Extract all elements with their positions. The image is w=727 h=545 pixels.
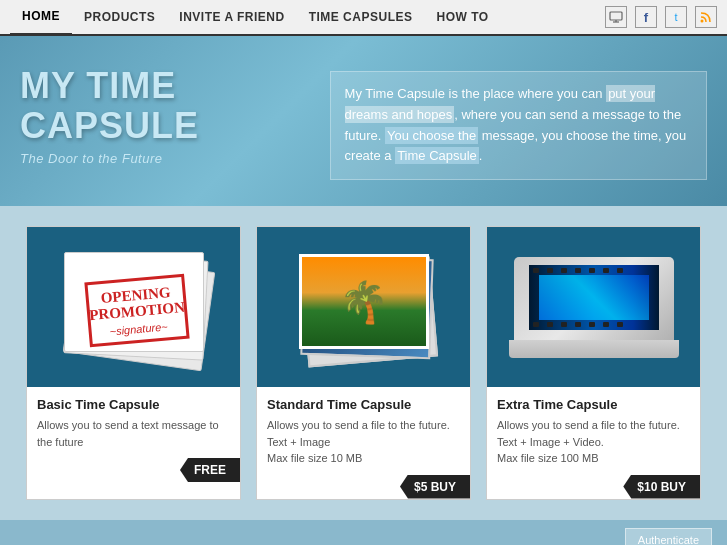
film-holes-bottom [529, 322, 659, 327]
film-highlight [539, 275, 649, 320]
film-hole [617, 322, 623, 327]
price-tag-extra[interactable]: $10 BUY [623, 475, 700, 499]
laptop-container [509, 242, 679, 372]
product-desc-extra: Allows you to send a file to the future.… [497, 417, 690, 467]
price-tag-standard[interactable]: $5 BUY [400, 475, 470, 499]
rss-icon[interactable] [695, 6, 717, 28]
nav-item-products[interactable]: PRODUCTS [72, 0, 167, 34]
film-hole [603, 322, 609, 327]
laptop-body [514, 257, 674, 342]
product-footer-basic: FREE [27, 458, 240, 482]
film-strip [529, 265, 659, 330]
svg-point-3 [701, 20, 704, 23]
product-name-extra: Extra Time Capsule [497, 397, 690, 412]
product-footer-standard: $5 BUY [257, 475, 470, 499]
monitor-icon[interactable] [605, 6, 627, 28]
product-desc-basic: Allows you to send a text message to the… [37, 417, 230, 450]
laptop-base [509, 340, 679, 358]
nav-item-howto[interactable]: HOW TO [424, 0, 500, 34]
product-desc-standard: Allows you to send a file to the future.… [267, 417, 460, 467]
product-info-basic: Basic Time Capsule Allows you to send a … [27, 387, 240, 450]
photo-scene: 🌴 [302, 257, 426, 346]
highlight-3: Time Capsule [395, 147, 479, 164]
stamp-signature: ~signature~ [109, 320, 168, 337]
film-hole [561, 322, 567, 327]
product-card-extra: Extra Time Capsule Allows you to send a … [486, 226, 701, 500]
highlight-2: You choose the [385, 127, 478, 144]
film-hole [547, 322, 553, 327]
nav-links: HOME PRODUCTS INVITE A FRIEND TIME CAPSU… [10, 0, 501, 36]
film-hole [547, 268, 553, 273]
hero-section: MY TIME CAPSULE The Door to the Future M… [0, 36, 727, 206]
highlight-1: put your dreams and hopes [345, 85, 656, 123]
svg-rect-0 [610, 12, 622, 20]
papers-stack: Opening Promotion ~signature~ [54, 242, 214, 372]
product-info-standard: Standard Time Capsule Allows you to send… [257, 387, 470, 467]
film-holes-top [529, 268, 659, 273]
product-card-basic: Opening Promotion ~signature~ Basic Time… [26, 226, 241, 500]
film-hole [603, 268, 609, 273]
nav-item-capsules[interactable]: TIME CAPSULES [297, 0, 425, 34]
product-image-standard: 🌴 [257, 227, 470, 387]
film-hole [533, 268, 539, 273]
nav-item-invite[interactable]: INVITE A FRIEND [167, 0, 296, 34]
film-hole [589, 268, 595, 273]
navigation: HOME PRODUCTS INVITE A FRIEND TIME CAPSU… [0, 0, 727, 36]
products-section: Opening Promotion ~signature~ Basic Time… [0, 206, 727, 520]
paper-front: Opening Promotion ~signature~ [64, 252, 204, 352]
hero-description: My Time Capsule is the place where you c… [330, 71, 707, 180]
product-image-basic: Opening Promotion ~signature~ [27, 227, 240, 387]
product-card-standard: 🌴 Standard Time Capsule Allows you to se… [256, 226, 471, 500]
twitter-icon[interactable]: t [665, 6, 687, 28]
facebook-icon[interactable]: f [635, 6, 657, 28]
film-hole [589, 322, 595, 327]
film-hole [533, 322, 539, 327]
bottom-bar: Authenticate [0, 520, 727, 546]
product-info-extra: Extra Time Capsule Allows you to send a … [487, 387, 700, 467]
product-name-standard: Standard Time Capsule [267, 397, 460, 412]
film-hole [575, 268, 581, 273]
stamp: Opening Promotion ~signature~ [84, 274, 189, 347]
auth-box[interactable]: Authenticate [625, 528, 712, 546]
photo-front: 🌴 [299, 254, 429, 349]
product-image-extra [487, 227, 700, 387]
hero-subtitle: The Door to the Future [20, 151, 310, 166]
product-footer-extra: $10 BUY [487, 475, 700, 499]
film-hole [561, 268, 567, 273]
palm-tree-icon: 🌴 [339, 279, 389, 326]
film-hole [617, 268, 623, 273]
hero-title-section: MY TIME CAPSULE The Door to the Future [20, 66, 310, 166]
product-name-basic: Basic Time Capsule [37, 397, 230, 412]
price-tag-basic[interactable]: FREE [180, 458, 240, 482]
social-icons: f t [605, 6, 717, 28]
photos-stack: 🌴 [284, 242, 444, 372]
hero-title: MY TIME CAPSULE [20, 66, 310, 145]
film-hole [575, 322, 581, 327]
laptop-screen [529, 265, 659, 330]
nav-item-home[interactable]: HOME [10, 0, 72, 36]
